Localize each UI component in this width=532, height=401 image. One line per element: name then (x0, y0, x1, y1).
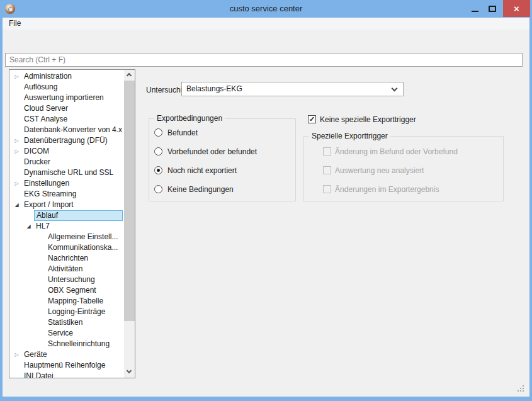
expand-icon[interactable]: ▷ (13, 135, 21, 146)
tree-item[interactable]: EKG Streaming (9, 189, 124, 200)
tree-item[interactable]: CST Analyse (9, 114, 124, 125)
close-icon: × (514, 3, 519, 14)
expand-icon[interactable]: ▷ (13, 146, 21, 157)
expand-icon[interactable]: ▷ (13, 71, 21, 82)
tree-item[interactable]: Auswertung importieren (9, 93, 124, 103)
tree-item-label[interactable]: Datenübertragung (DFÜ) (22, 135, 110, 146)
checkbox-option: Auswertung neu analysiert (323, 166, 503, 174)
tree-item-label[interactable]: Drucker (22, 157, 52, 167)
radio-option[interactable]: Vorbefundet oder befundet (154, 147, 295, 155)
scroll-down-arrow-icon[interactable] (124, 367, 135, 378)
tree-item-label[interactable]: Aktivitäten (46, 264, 84, 274)
maximize-button[interactable] (484, 0, 501, 17)
checkbox-icon (323, 147, 331, 155)
exam-type-value: Belastungs-EKG (186, 84, 242, 93)
tree-item-label[interactable]: Cloud Server (22, 103, 70, 114)
tree-item-label[interactable]: Untersuchung (46, 274, 97, 285)
tree-item[interactable]: Dynamische URL und SSL (9, 167, 124, 178)
maximize-icon (489, 6, 496, 12)
tree-item-label[interactable]: Auflösung (22, 82, 59, 93)
tree-item[interactable]: Kommunikationska... (9, 242, 124, 253)
radio-option[interactable]: Keine Bedingungen (154, 185, 295, 193)
expand-icon[interactable]: ◢ (13, 200, 21, 210)
minimize-button[interactable] (467, 0, 483, 17)
tree-item[interactable]: ▷ Geräte (9, 349, 124, 360)
tree-item-label[interactable]: Statistiken (46, 317, 84, 328)
tree-item[interactable]: Mapping-Tabelle (9, 296, 124, 307)
tree-item[interactable]: Nachrichten (9, 253, 124, 264)
checkbox-option: Änderung im Befund oder Vorbefund (323, 147, 503, 155)
menu-item-file[interactable]: File (3, 18, 27, 30)
tree-item-label[interactable]: DICOM (22, 146, 51, 157)
tree-item[interactable]: Schnelleinrichtung (9, 339, 124, 349)
tree-item[interactable]: Untersuchung (9, 274, 124, 285)
tree-item-label[interactable]: Schnelleinrichtung (46, 339, 111, 349)
chevron-down-icon (392, 86, 398, 92)
resize-grip[interactable] (518, 385, 524, 392)
close-button[interactable]: × (503, 0, 530, 17)
checkbox-icon (323, 166, 331, 174)
tree-item[interactable]: Drucker (9, 157, 124, 167)
tree-item-label[interactable]: Allgemeine Einstell... (46, 232, 120, 242)
window-title: custo service center (0, 4, 532, 13)
tree-item-label[interactable]: Dynamische URL und SSL (22, 167, 115, 178)
tree-item[interactable]: Cloud Server (9, 103, 124, 114)
tree-item[interactable]: Ablauf (9, 210, 124, 221)
tree-item[interactable]: ▷ Einstellungen (9, 178, 124, 189)
radio-icon (154, 166, 162, 174)
tree-item[interactable]: ▷ DICOM (9, 146, 124, 157)
tree-item-label[interactable]: EKG Streaming (22, 189, 78, 200)
special-triggers-group: Spezielle Exporttrigger Änderung im Befu… (303, 136, 504, 201)
tree-item[interactable]: Statistiken (9, 317, 124, 328)
radio-icon (154, 147, 162, 155)
tree-item[interactable]: Aktivitäten (9, 264, 124, 274)
tree-item-label[interactable]: Auswertung importieren (22, 93, 106, 103)
exam-type-select[interactable]: Belastungs-EKG (181, 82, 404, 96)
tree-item-label[interactable]: INI Datei (22, 371, 55, 378)
checkbox-checked-icon: ✓ (308, 115, 316, 123)
tree-item[interactable]: Datenbank-Konverter von 4.x (9, 125, 124, 135)
tree-item-label[interactable]: Kommunikationska... (46, 242, 120, 253)
tree-item[interactable]: ▷ Datenübertragung (DFÜ) (9, 135, 124, 146)
tree-item-label[interactable]: Service (46, 328, 75, 339)
radio-label: Noch nicht exportiert (167, 166, 237, 175)
tree-item-label[interactable]: HL7 (34, 221, 52, 232)
no-special-trigger-checkbox[interactable]: ✓ Keine spezielle Exporttrigger (308, 115, 416, 124)
tree-item[interactable]: OBX Segment (9, 285, 124, 296)
tree-item-label[interactable]: Geräte (22, 349, 49, 360)
tree-item[interactable]: ▷ Administration (9, 71, 124, 82)
scroll-up-arrow-icon[interactable] (124, 70, 135, 81)
tree-item[interactable]: ◢ Export / Import (9, 200, 124, 210)
tree-item-label[interactable]: Einstellungen (22, 178, 71, 189)
resize-grip-icon (523, 385, 524, 387)
checkbox-option: Änderungen im Exportergebnis (323, 185, 503, 193)
tree-item-label[interactable]: CST Analyse (22, 114, 69, 125)
tree-item-label[interactable]: Nachrichten (46, 253, 90, 264)
radio-option[interactable]: Befundet (154, 128, 295, 137)
scrollbar-thumb[interactable] (124, 81, 135, 321)
tree-item[interactable]: INI Datei (9, 371, 124, 378)
tree-item-label[interactable]: Ablauf (34, 210, 123, 221)
tree-item-label[interactable]: Datenbank-Konverter von 4.x (22, 125, 124, 135)
tree-item[interactable]: Hauptmenü Reihenfolge (9, 360, 124, 371)
tree-scrollbar[interactable] (124, 70, 135, 378)
tree-item[interactable]: Logging-Einträge (9, 307, 124, 317)
tree-item-label[interactable]: Hauptmenü Reihenfolge (22, 360, 107, 371)
tree-item-label[interactable]: Logging-Einträge (46, 307, 107, 317)
tree-item-label[interactable]: OBX Segment (46, 285, 98, 296)
tree-item-label[interactable]: Mapping-Tabelle (46, 296, 105, 307)
tree-item[interactable]: Auflösung (9, 82, 124, 93)
exam-type-label: Untersuchung (146, 86, 181, 95)
search-input[interactable] (5, 53, 523, 67)
expand-icon[interactable]: ▷ (13, 178, 21, 189)
expand-icon[interactable]: ▷ (13, 349, 21, 360)
tree-item-label[interactable]: Export / Import (22, 200, 76, 210)
checkbox-label: Änderung im Befund oder Vorbefund (335, 147, 458, 156)
tree-item[interactable]: ◢ HL7 (9, 221, 124, 232)
tree-item[interactable]: Service (9, 328, 124, 339)
special-triggers-options: Änderung im Befund oder Vorbefund Auswer… (323, 147, 503, 193)
tree-item[interactable]: Allgemeine Einstell... (9, 232, 124, 242)
radio-option[interactable]: Noch nicht exportiert (154, 166, 295, 174)
tree-item-label[interactable]: Administration (22, 71, 74, 82)
expand-icon[interactable]: ◢ (25, 221, 33, 232)
